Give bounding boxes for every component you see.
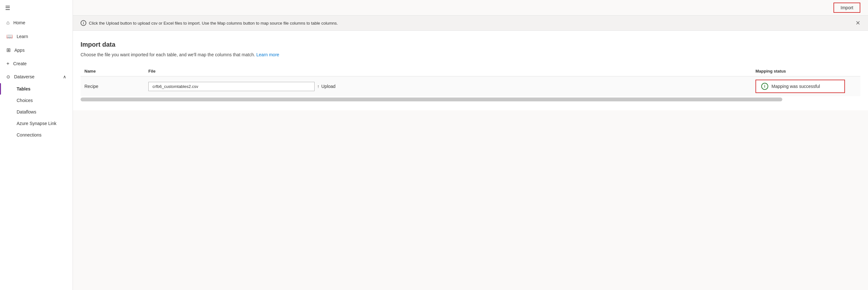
dataverse-icon: ⊙ [6, 74, 10, 79]
success-icon: i [761, 83, 768, 90]
sidebar-item-home[interactable]: ⌂ Home [0, 16, 72, 29]
import-title: Import data [81, 41, 860, 48]
main-content: Import i Click the Upload button to uplo… [73, 0, 868, 290]
sidebar-item-home-label: Home [13, 20, 25, 25]
table-row: Recipe ↑ Upload [81, 76, 860, 97]
sidebar-header: ☰ [0, 0, 72, 16]
content-area: i Click the Upload button to upload csv … [73, 16, 868, 290]
sidebar-item-learn[interactable]: 📖 Learn [0, 29, 72, 43]
sidebar-subitem-dataflows[interactable]: Dataflows [0, 106, 72, 118]
info-icon: i [81, 20, 86, 26]
sidebar-item-create-label: Create [13, 61, 27, 66]
upload-button-label: Upload [321, 84, 335, 89]
sidebar: ☰ ⌂ Home 📖 Learn ⊞ Apps + Create ⊙ Datav… [0, 0, 73, 290]
home-icon: ⌂ [6, 20, 9, 26]
import-table: Name File Mapping status Recipe ↑ [81, 66, 860, 103]
import-section: Import data Choose the file you want imp… [73, 31, 868, 110]
mapping-success-box: i Mapping was successful [755, 79, 845, 93]
topbar: Import [73, 0, 868, 16]
create-icon: + [6, 61, 9, 66]
info-banner-text: Click the Upload button to upload csv or… [89, 21, 338, 26]
sidebar-section-dataverse[interactable]: ⊙ Dataverse ∧ [0, 70, 72, 83]
sidebar-item-learn-label: Learn [17, 34, 28, 39]
learn-more-link[interactable]: Learn more [256, 52, 279, 57]
hamburger-icon[interactable]: ☰ [5, 4, 10, 11]
file-input[interactable] [148, 82, 315, 91]
import-subtitle: Choose the file you want imported for ea… [81, 52, 860, 57]
apps-icon: ⊞ [6, 47, 10, 53]
info-banner: i Click the Upload button to upload csv … [73, 16, 868, 31]
upload-arrow-icon: ↑ [317, 84, 319, 89]
sidebar-item-apps-label: Apps [14, 47, 25, 53]
row-name-cell: Recipe [81, 76, 145, 97]
col-header-name: Name [81, 66, 145, 76]
upload-button[interactable]: ↑ Upload [317, 84, 335, 89]
close-banner-button[interactable]: ✕ [856, 20, 860, 27]
sidebar-item-apps[interactable]: ⊞ Apps [0, 43, 72, 57]
import-button[interactable]: Import [834, 3, 860, 13]
col-header-file: File [145, 66, 752, 76]
row-mapping-status-cell: i Mapping was successful [752, 76, 860, 97]
sidebar-dataverse-label: Dataverse [14, 74, 34, 79]
sidebar-item-create[interactable]: + Create [0, 57, 72, 70]
row-file-cell: ↑ Upload [145, 76, 752, 97]
sidebar-subitem-tables[interactable]: Tables [0, 83, 72, 95]
scrollbar-row [81, 96, 860, 103]
horizontal-scrollbar[interactable] [81, 98, 782, 101]
sidebar-subitem-azure-synapse-link[interactable]: Azure Synapse Link [0, 118, 72, 129]
chevron-up-icon: ∧ [63, 74, 66, 79]
learn-icon: 📖 [6, 33, 13, 39]
col-header-mapping-status: Mapping status [752, 66, 860, 76]
mapping-success-text: Mapping was successful [771, 84, 820, 89]
sidebar-subitem-connections[interactable]: Connections [0, 129, 72, 141]
sidebar-subitem-choices[interactable]: Choices [0, 95, 72, 106]
